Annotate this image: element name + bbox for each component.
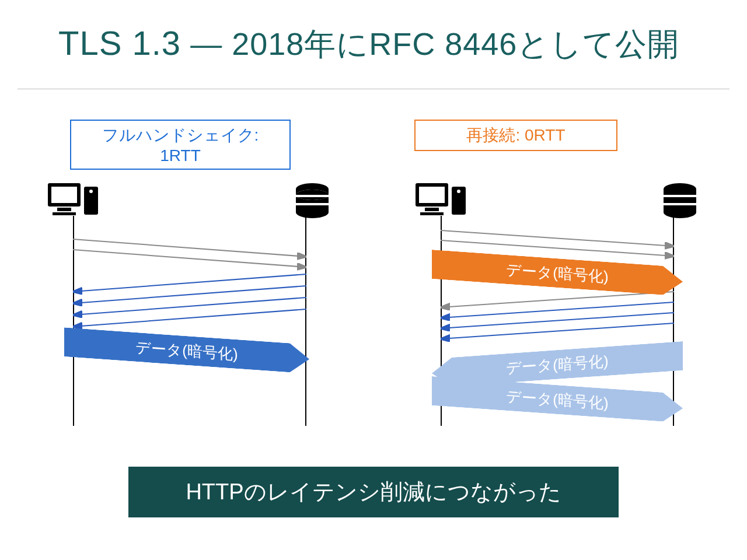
- svg-line-14: [73, 239, 306, 257]
- svg-rect-23: [420, 212, 444, 215]
- svg-rect-21: [419, 187, 445, 203]
- svg-rect-2: [57, 208, 71, 211]
- svg-point-25: [457, 190, 460, 193]
- divider: [18, 89, 729, 89]
- diagram-reconnect: データ(暗号化) データ(暗号化) データ(暗号化): [414, 181, 700, 426]
- badge-reconnect: 再接続: 0RTT: [414, 120, 617, 151]
- title-main: TLS 1.3: [58, 24, 181, 62]
- svg-rect-29: [664, 195, 696, 197]
- svg-rect-1: [51, 187, 77, 203]
- title-sub: — 2018年にRFC 8446として公開: [190, 26, 679, 61]
- diagram-full-handshake: データ(暗号化): [47, 181, 333, 426]
- conclusion-banner: HTTPのレイテンシ削減につながった: [128, 467, 619, 517]
- svg-point-5: [89, 190, 93, 193]
- svg-line-31: [441, 230, 674, 246]
- request-data-arrow: データ(暗号化): [432, 376, 683, 423]
- slide: TLS 1.3 — 2018年にRFC 8446として公開 フルハンドシェイク:…: [0, 0, 747, 560]
- badge-full-handshake: フルハンドシェイク: 1RTT: [70, 120, 291, 170]
- svg-rect-12: [296, 195, 329, 197]
- svg-rect-22: [425, 208, 439, 211]
- svg-rect-3: [53, 212, 76, 215]
- svg-line-15: [73, 250, 306, 267]
- svg-rect-13: [296, 203, 329, 205]
- svg-rect-30: [664, 203, 696, 205]
- slide-title: TLS 1.3 — 2018年にRFC 8446として公開: [58, 23, 679, 66]
